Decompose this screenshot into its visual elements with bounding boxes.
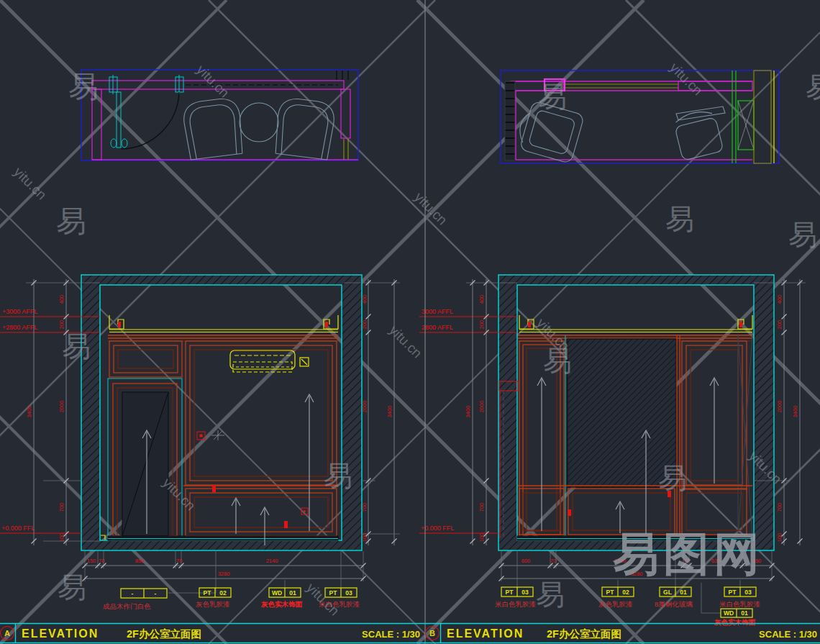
svg-text:700: 700 — [776, 503, 783, 512]
svg-text:850: 850 — [135, 558, 145, 564]
svg-text:02: 02 — [219, 589, 227, 597]
desk-edge-icon — [676, 106, 725, 120]
svg-text:2000: 2000 — [776, 401, 783, 413]
elevation-label: ELEVATION — [22, 627, 99, 640]
tag-pt02: PT 02 灰色乳胶漆 — [196, 588, 231, 608]
drawing-title: 2F办公室立面图 — [127, 628, 201, 640]
x-brace — [738, 335, 752, 538]
office-chair-icon — [673, 108, 724, 160]
svg-text:yitu.cn: yitu.cn — [386, 322, 425, 361]
svg-text:700: 700 — [58, 503, 65, 512]
svg-text:灰色乳胶漆: 灰色乳胶漆 — [598, 600, 633, 608]
svg-text:400: 400 — [776, 295, 783, 304]
tag-pt02: PT 02 灰色乳胶漆 — [598, 587, 634, 608]
armchair-icon — [273, 97, 336, 160]
svg-text:PT: PT — [506, 589, 514, 596]
svg-text:400: 400 — [478, 295, 485, 304]
wm-mark: 易 — [68, 70, 99, 104]
section-letter: B — [429, 629, 435, 638]
door-frame-icon — [109, 75, 183, 94]
cad-viewport: +3000 AFFL +2800 AFFL +0.000 FFL — [0, 0, 820, 644]
wall-panel-large — [186, 341, 337, 485]
elevation-label: ELEVATION — [447, 627, 524, 640]
svg-text:200: 200 — [776, 320, 783, 330]
svg-text:100: 100 — [478, 533, 485, 543]
door-elevation — [108, 378, 182, 538]
svg-text:易: 易 — [788, 219, 817, 250]
svg-text:PT: PT — [606, 589, 615, 596]
svg-text:2000: 2000 — [58, 401, 65, 413]
tag-pt03-right: PT 03 米白色乳胶漆 — [719, 587, 761, 608]
svg-text:01: 01 — [741, 609, 748, 617]
svg-text:200: 200 — [478, 320, 485, 330]
tag-gl01: GL 01 8厘钢化玻璃 — [655, 587, 693, 608]
title-bar-b: B ELEVATION 2F办公室立面图 SCALE : 1/30 — [425, 624, 820, 643]
ceiling-cove — [109, 315, 338, 332]
svg-text:yitu.cn: yitu.cn — [304, 580, 342, 619]
svg-text:2140: 2140 — [266, 558, 278, 564]
svg-text:100: 100 — [361, 533, 368, 543]
svg-text:成品木作门白色: 成品木作门白色 — [103, 602, 151, 610]
level-floor: +0.000 FFL — [421, 525, 454, 532]
wainscot-panel — [183, 486, 338, 536]
round-table-icon — [240, 103, 278, 142]
direction-arrow-icon — [710, 378, 719, 484]
svg-text:-: - — [155, 590, 157, 597]
svg-text:米白色乳胶漆: 米白色乳胶漆 — [495, 600, 537, 608]
svg-text:01: 01 — [680, 589, 687, 596]
level-2800: +2800 AFFL — [2, 324, 37, 331]
wm-brand: 易图网 — [612, 528, 764, 580]
level-floor: +0.000 FFL — [1, 525, 35, 532]
armchair-icon — [182, 97, 245, 160]
svg-text:易: 易 — [536, 579, 565, 610]
svg-text:易: 易 — [56, 204, 86, 238]
svg-text:2000: 2000 — [478, 401, 485, 413]
door-swing-arc — [121, 92, 179, 149]
ac-unit-icon — [230, 350, 309, 372]
svg-text:GL: GL — [663, 589, 672, 596]
dim-chain-a-bottom: 150 70 850 70 2140 3280 — [83, 551, 366, 581]
svg-text:01: 01 — [289, 589, 296, 597]
svg-text:3400: 3400 — [386, 406, 393, 418]
level-2800: 2800 AFFL — [422, 324, 453, 331]
svg-text:2000: 2000 — [361, 401, 368, 413]
tag-pt03: PT 03 米白色乳胶漆 — [495, 587, 537, 608]
svg-text:米白色乳胶漆: 米白色乳胶漆 — [719, 600, 761, 608]
svg-text:灰色乳胶漆: 灰色乳胶漆 — [196, 600, 230, 608]
svg-text:400: 400 — [361, 295, 368, 304]
svg-text:70: 70 — [550, 558, 556, 564]
svg-text:600: 600 — [521, 558, 531, 564]
transom-panel — [109, 341, 182, 377]
svg-text:易: 易 — [665, 203, 694, 235]
svg-text:100: 100 — [58, 533, 65, 543]
direction-arrow-icon — [537, 378, 546, 531]
svg-text:灰色实木饰面: 灰色实木饰面 — [260, 600, 303, 608]
drawing-title: 2F办公室立面图 — [547, 628, 621, 640]
tag-door: - - 成品木作门白色 — [103, 589, 167, 610]
svg-text:700: 700 — [361, 503, 368, 512]
svg-text:70: 70 — [99, 558, 104, 564]
svg-text:3400: 3400 — [26, 406, 32, 418]
section-letter: A — [4, 629, 10, 638]
scale-label: SCALE : 1/30 — [759, 629, 817, 640]
direction-arrow-icon — [305, 394, 314, 531]
svg-text:03: 03 — [744, 589, 752, 596]
svg-text:700: 700 — [478, 503, 485, 512]
wm-site: yitu.cn — [193, 62, 232, 101]
direction-arrow-icon — [232, 498, 240, 534]
svg-text:易: 易 — [324, 460, 352, 491]
level-3000: +3000 AFFL — [2, 308, 37, 315]
svg-text:WD: WD — [724, 609, 734, 617]
svg-text:PT: PT — [204, 589, 212, 597]
svg-text:yitu.cn: yitu.cn — [667, 60, 706, 99]
svg-text:易: 易 — [806, 71, 820, 103]
svg-text:灰色实木饰面: 灰色实木饰面 — [714, 618, 756, 626]
svg-text:易: 易 — [62, 330, 91, 362]
svg-text:3400: 3400 — [465, 406, 471, 418]
svg-text:70: 70 — [176, 558, 182, 564]
svg-text:WD: WD — [272, 589, 282, 597]
level-3000: 3000 AFFL — [422, 308, 453, 315]
svg-text:易: 易 — [538, 81, 567, 112]
svg-text:3280: 3280 — [218, 571, 230, 577]
svg-text:3400: 3400 — [792, 406, 798, 418]
